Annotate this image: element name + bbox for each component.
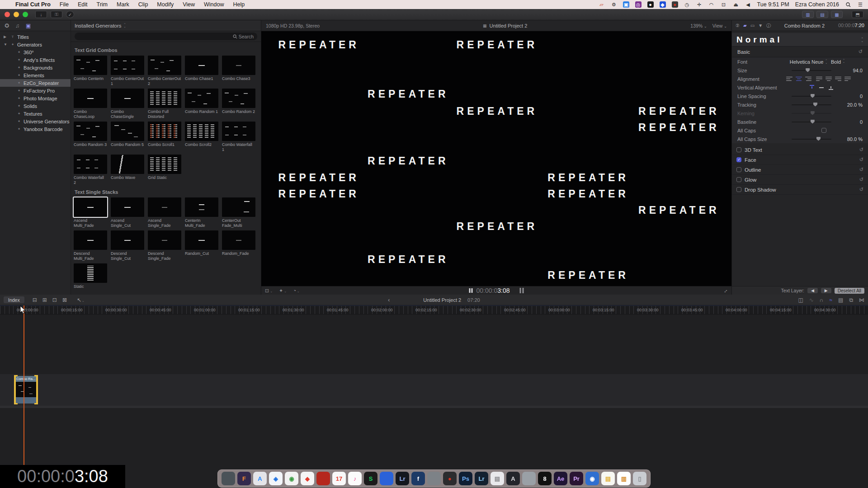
chrome-icon[interactable]: ◉ bbox=[285, 472, 298, 485]
red-folder-icon[interactable]: ▱ bbox=[599, 1, 605, 8]
generator-item[interactable]: Descend Single_Fade bbox=[148, 230, 181, 261]
overwrite-edit-icon[interactable]: ⊠ bbox=[62, 297, 67, 303]
insert-edit-icon[interactable]: ⊞ bbox=[42, 297, 47, 303]
generator-thumbnail[interactable] bbox=[74, 56, 107, 75]
red-badge-app-icon[interactable]: ◆ bbox=[301, 472, 314, 485]
generator-item[interactable]: Ascend Multi_Fade bbox=[74, 197, 107, 228]
notes-gray-icon[interactable]: ▤ bbox=[491, 472, 504, 485]
generator-thumbnail[interactable] bbox=[148, 230, 181, 250]
trash-icon[interactable]: ▯ bbox=[633, 472, 646, 485]
font-family-popup[interactable]: Helvetica Neue bbox=[790, 59, 824, 65]
generator-thumbnail[interactable] bbox=[148, 122, 181, 141]
generator-item[interactable]: Random_Cut bbox=[185, 230, 218, 261]
workspace-inspector-button[interactable]: ▦ bbox=[831, 11, 843, 18]
generator-item[interactable]: Combo Chase1 bbox=[185, 56, 218, 86]
notes-yellow-icon[interactable]: ▤ bbox=[601, 472, 615, 485]
timeline-ruler[interactable]: 00:00:00:00 00:00:15:00 00:00:30:00 00:0… bbox=[0, 305, 868, 314]
calendar-icon[interactable]: 17 bbox=[332, 472, 346, 485]
line-spacing-slider[interactable] bbox=[792, 96, 831, 97]
size-slider[interactable] bbox=[792, 70, 831, 71]
eight-ball-icon[interactable]: 8 bbox=[538, 472, 552, 485]
justify-full-icon[interactable] bbox=[844, 77, 851, 81]
info-inspector-icon[interactable]: ⓘ bbox=[766, 23, 771, 29]
sidebar-item[interactable]: ▼ ✦ Generators bbox=[0, 41, 71, 48]
blue-app-icon[interactable] bbox=[380, 472, 393, 485]
justify-left-icon[interactable] bbox=[816, 77, 822, 81]
gray-sphere-icon[interactable] bbox=[522, 472, 536, 485]
generator-item[interactable]: Combo ChaseLoop bbox=[74, 89, 107, 119]
sidebar-item[interactable]: ✦ Backgrounds bbox=[0, 64, 71, 71]
app-store-icon[interactable]: A bbox=[253, 472, 267, 485]
close-window-button[interactable] bbox=[5, 12, 10, 17]
generator-thumbnail[interactable] bbox=[185, 230, 218, 250]
minimize-window-button[interactable] bbox=[14, 12, 19, 17]
style-section-row[interactable]: Glow ↺ bbox=[732, 175, 868, 185]
generator-item[interactable]: Combo Random 3 bbox=[74, 122, 107, 152]
generator-item[interactable]: Combo CenterOut 1 bbox=[111, 56, 144, 86]
generator-thumbnail[interactable] bbox=[222, 230, 255, 250]
eject-icon[interactable]: ⏏ bbox=[733, 1, 739, 8]
generator-item[interactable]: Combo Scroll2 bbox=[185, 122, 218, 152]
adobe-red-app-icon[interactable] bbox=[316, 472, 330, 485]
workspace-browser-button[interactable]: ▥ bbox=[802, 11, 814, 18]
line-spacing-value[interactable]: 0 bbox=[836, 94, 863, 99]
wifi-icon[interactable]: ◠ bbox=[708, 1, 715, 8]
sidebar-item[interactable]: ✦ Photo Montage bbox=[0, 94, 71, 102]
generator-item[interactable]: Combo Scroll1 bbox=[148, 122, 181, 152]
menu-item[interactable]: Modify bbox=[152, 1, 178, 8]
airplay-display-icon[interactable]: ⊡ bbox=[721, 1, 727, 8]
workspace-default-button[interactable]: ▤ bbox=[816, 11, 828, 18]
tool-popup[interactable]: ↖⌄ bbox=[77, 297, 85, 303]
trim-handle-left[interactable] bbox=[14, 375, 16, 404]
location-icon[interactable]: ✛ bbox=[696, 1, 703, 8]
index-button[interactable]: Index bbox=[4, 296, 24, 303]
generator-inspector-icon[interactable]: ② bbox=[736, 23, 740, 28]
audio-app-icon[interactable]: A bbox=[506, 472, 520, 485]
section-checkbox[interactable] bbox=[736, 147, 741, 152]
generator-item[interactable]: CenterIn Multi_Fade bbox=[185, 197, 218, 228]
generator-thumbnail[interactable] bbox=[222, 197, 255, 217]
enhancements-icon[interactable]: ✦⌄ bbox=[279, 288, 287, 294]
viewer-canvas[interactable]: REPEATER REPEATER REPEATER REPEATER REPE… bbox=[261, 31, 731, 286]
after-effects-icon[interactable]: Ae bbox=[554, 472, 567, 485]
camera-blue-app-icon[interactable]: ◉ bbox=[585, 472, 599, 485]
background-tasks-button[interactable]: ✓ bbox=[66, 11, 74, 18]
generator-item[interactable]: Descend Single_Cut bbox=[111, 230, 144, 261]
keyword-editor-button[interactable]: ⚿ bbox=[51, 11, 62, 18]
align-left-icon[interactable] bbox=[786, 77, 793, 81]
generator-thumbnail[interactable] bbox=[74, 263, 107, 283]
generator-thumbnail[interactable] bbox=[74, 197, 107, 217]
zoom-window-button[interactable] bbox=[23, 12, 28, 17]
generator-thumbnail[interactable] bbox=[148, 155, 181, 174]
share-button[interactable]: ⬒ bbox=[852, 11, 863, 18]
search-input[interactable]: Search bbox=[75, 33, 257, 40]
deselect-all-button[interactable]: Deselect All bbox=[835, 288, 864, 294]
itunes-icon[interactable]: ♪ bbox=[348, 472, 362, 485]
generator-thumbnail[interactable] bbox=[185, 89, 218, 108]
style-section-row[interactable]: Drop Shadow ↺ bbox=[732, 185, 868, 195]
align-center-icon[interactable] bbox=[796, 77, 802, 81]
generator-item[interactable]: Combo CenterIn bbox=[74, 56, 107, 86]
generator-item[interactable]: Combo Waterfall 1 bbox=[222, 122, 255, 152]
all-caps-size-slider[interactable] bbox=[792, 139, 831, 140]
generator-thumbnail[interactable] bbox=[185, 56, 218, 75]
effects-funnel-icon[interactable]: ▼ bbox=[758, 23, 763, 28]
generator-item[interactable]: Combo Random 5 bbox=[111, 122, 144, 152]
audio-skimming-icon[interactable]: ∩ bbox=[820, 297, 824, 303]
reset-icon[interactable]: ↺ bbox=[859, 187, 863, 192]
installed-generators-popup[interactable]: Installed Generators bbox=[75, 23, 122, 28]
reset-icon[interactable]: ↺ bbox=[859, 177, 863, 183]
generator-item[interactable]: Combo Wave bbox=[111, 155, 144, 185]
valign-middle-icon[interactable] bbox=[819, 85, 824, 90]
safari-icon[interactable]: ◈ bbox=[269, 472, 283, 485]
menu-bar-user[interactable]: Ezra Cohen 2016 bbox=[795, 1, 839, 8]
generator-item[interactable]: Combo CenterOut 2 bbox=[148, 56, 181, 86]
generator-thumbnail[interactable] bbox=[222, 122, 255, 141]
connect-edit-icon[interactable]: ⊟ bbox=[33, 297, 37, 303]
retime-icon[interactable]: ◔⌄ bbox=[293, 288, 300, 293]
disclosure-triangle-icon[interactable]: ▶ bbox=[4, 35, 8, 39]
tracking-value[interactable]: 20.0 % bbox=[836, 102, 863, 108]
text-inspector-icon[interactable]: ▰ bbox=[743, 23, 747, 28]
notification-center-icon[interactable]: ☰ bbox=[857, 1, 863, 8]
spotlight-icon[interactable] bbox=[845, 1, 851, 8]
